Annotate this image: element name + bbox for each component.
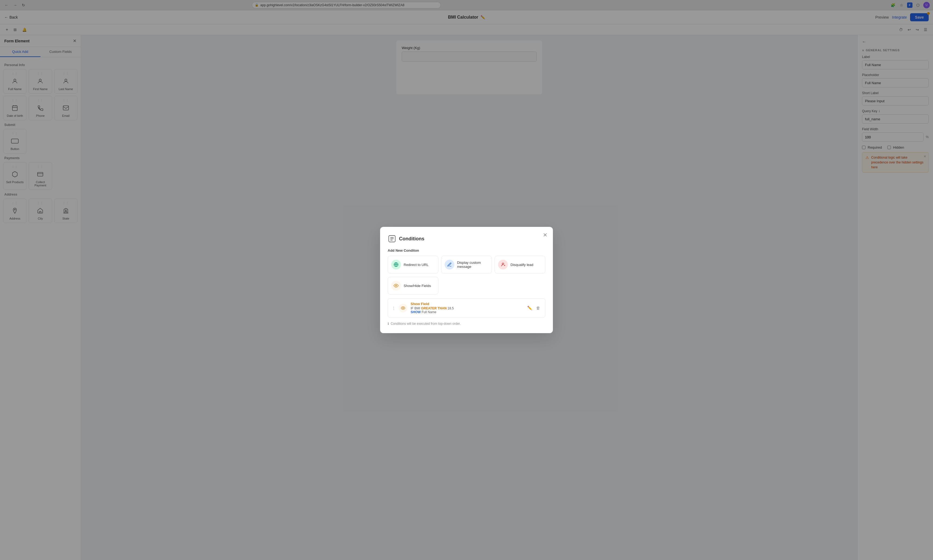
option-redirect-url-label: Redirect to URL <box>404 263 429 267</box>
condition-options: Redirect to URL Display custom message D… <box>388 256 545 274</box>
modal-close-btn[interactable]: ✕ <box>543 232 547 238</box>
disqualify-lead-icon <box>498 260 508 269</box>
option-disqualify-lead[interactable]: Disqualify lead <box>495 256 545 274</box>
redirect-url-icon <box>391 260 401 269</box>
modal-header: Conditions <box>388 234 545 243</box>
option-display-custom-message-label: Display custom message <box>457 261 488 269</box>
condition-item-actions: ✏️ 🗑 <box>526 305 541 312</box>
show-hide-icon <box>391 281 401 291</box>
option-display-custom-message[interactable]: Display custom message <box>441 256 492 274</box>
condition-show-field-icon <box>399 304 407 312</box>
modal-footer-text: Conditions will be executed from top-dow… <box>391 322 461 326</box>
delete-condition-btn[interactable]: 🗑 <box>535 305 541 312</box>
display-message-icon <box>445 260 454 269</box>
svg-point-10 <box>502 263 504 265</box>
existing-conditions: ⋮ Show Field IF BMI GREATER THAN 18.5 <box>388 298 545 317</box>
svg-point-13 <box>395 285 397 286</box>
option-redirect-url[interactable]: Redirect to URL <box>388 256 438 274</box>
modal-section-title: Add New Conditon <box>388 248 545 252</box>
modal-footer: ℹ Conditions will be executed from top-d… <box>388 322 545 326</box>
option-show-hide-label: Show/Hide Fields <box>404 284 431 288</box>
info-icon: ℹ <box>388 322 389 326</box>
modal-conditions-icon <box>388 234 396 243</box>
condition-item-content: Show Field IF BMI GREATER THAN 18.5 SHOW… <box>410 302 523 314</box>
conditions-modal: ✕ Conditions Add New Conditon Redirect t… <box>380 227 553 333</box>
drag-handle-icon[interactable]: ⋮ <box>392 306 395 310</box>
option-show-hide-fields[interactable]: Show/Hide Fields <box>388 277 438 295</box>
modal-overlay[interactable]: ✕ Conditions Add New Conditon Redirect t… <box>0 0 933 560</box>
edit-condition-btn[interactable]: ✏️ <box>526 305 534 312</box>
option-disqualify-lead-label: Disqualify lead <box>510 263 534 267</box>
condition-item-1: ⋮ Show Field IF BMI GREATER THAN 18.5 <box>388 298 545 317</box>
modal-title: Conditions <box>399 236 424 242</box>
second-condition-row: Show/Hide Fields <box>388 277 545 295</box>
condition-item-title: Show Field <box>410 302 523 306</box>
svg-point-14 <box>403 308 404 309</box>
condition-item-rule: IF BMI GREATER THAN 18.5 SHOW Full Name <box>410 306 523 314</box>
